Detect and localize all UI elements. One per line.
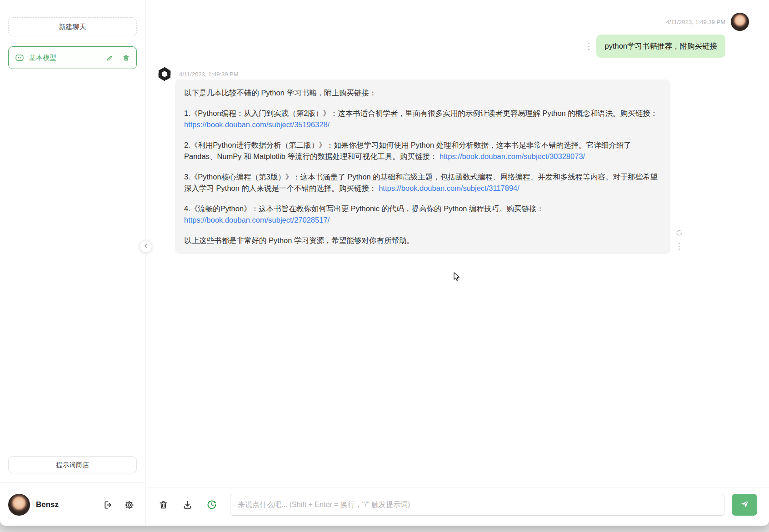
send-button[interactable] bbox=[732, 494, 757, 516]
message-paragraph: 3.《Python核心编程（第3版）》：这本书涵盖了 Python 的基础和高级… bbox=[184, 171, 661, 194]
paper-plane-icon bbox=[740, 499, 749, 510]
composer bbox=[145, 487, 769, 526]
chevron-left-icon bbox=[143, 242, 149, 250]
assistant-message-bubble[interactable]: 以下是几本比较不错的 Python 学习书籍，附上购买链接：1.《Python编… bbox=[175, 80, 670, 254]
user-row: Bensz bbox=[8, 483, 137, 516]
message-more-icon[interactable] bbox=[678, 242, 680, 252]
chat-input[interactable] bbox=[230, 494, 724, 516]
message-paragraph: 4.《流畅的Python》：这本书旨在教你如何写出更 Pythonic 的代码，… bbox=[184, 203, 661, 226]
sidebar-spacer bbox=[8, 69, 137, 456]
sidebar-collapse-button[interactable] bbox=[140, 240, 152, 253]
message-more-icon[interactable] bbox=[588, 42, 590, 51]
new-chat-label: 新建聊天 bbox=[59, 23, 86, 31]
book-link[interactable]: https://book.douban.com/subject/35196328… bbox=[184, 120, 330, 129]
chat-message-list[interactable]: 4/11/2023, 1:49:39 PM python学习书籍推荐，附购买链接 bbox=[145, 0, 769, 487]
edit-chat-icon[interactable] bbox=[106, 54, 114, 62]
book-link[interactable]: https://book.douban.com/subject/30328073… bbox=[439, 152, 585, 160]
message-paragraph: 1.《Python编程：从入门到实践（第2版）》：这本书适合初学者，里面有很多实… bbox=[184, 108, 661, 130]
prompt-store-button[interactable]: 提示词商店 bbox=[8, 456, 137, 473]
chat-bubble-icon bbox=[15, 53, 24, 62]
delete-chat-icon[interactable] bbox=[122, 54, 130, 62]
user-message-timestamp: 4/11/2023, 1:49:39 PM bbox=[666, 19, 725, 25]
message-paragraph: 以下是几本比较不错的 Python 学习书籍，附上购买链接： bbox=[184, 87, 661, 99]
new-chat-button[interactable]: 新建聊天 bbox=[8, 17, 137, 36]
book-link[interactable]: https://book.douban.com/subject/27028517… bbox=[184, 216, 330, 224]
spinner-circle-icon bbox=[676, 229, 683, 238]
settings-gear-icon[interactable] bbox=[121, 498, 137, 512]
sidebar: 新建聊天 基本模型 bbox=[0, 0, 145, 526]
app-window: 新建聊天 基本模型 bbox=[0, 0, 769, 526]
assistant-paragraphs: 以下是几本比较不错的 Python 学习书籍，附上购买链接：1.《Python编… bbox=[184, 87, 661, 246]
prompt-store-label: 提示词商店 bbox=[56, 461, 89, 469]
chat-title: 基本模型 bbox=[29, 54, 97, 62]
user-message-bubble[interactable]: python学习书籍推荐，附购买链接 bbox=[596, 35, 725, 58]
mouse-cursor bbox=[454, 272, 463, 284]
user-avatar[interactable] bbox=[8, 494, 30, 516]
clear-chat-icon[interactable] bbox=[158, 500, 169, 510]
sidebar-item-chat[interactable]: 基本模型 bbox=[8, 46, 137, 69]
user-message: 4/11/2023, 1:49:39 PM python学习书籍推荐，附购买链接 bbox=[156, 13, 749, 58]
assistant-message: 4/11/2023, 1:49:39 PM 以下是几本比较不错的 Python … bbox=[156, 66, 749, 254]
assistant-message-timestamp: 4/11/2023, 1:49:39 PM bbox=[179, 71, 239, 78]
message-paragraph: 以上这些书都是非常好的 Python 学习资源，希望能够对你有所帮助。 bbox=[184, 235, 661, 246]
message-side-actions bbox=[676, 229, 683, 252]
openai-logo-icon bbox=[156, 66, 173, 82]
history-clock-icon[interactable] bbox=[206, 499, 217, 510]
message-paragraph: 2.《利用Python进行数据分析（第二版）》：如果你想学习如何使用 Pytho… bbox=[184, 139, 661, 162]
book-link[interactable]: https://book.douban.com/subject/3117894/ bbox=[379, 184, 519, 192]
chat-main: 4/11/2023, 1:49:39 PM python学习书籍推荐，附购买链接 bbox=[145, 0, 769, 526]
logout-icon[interactable] bbox=[100, 498, 115, 512]
user-message-avatar bbox=[731, 13, 749, 31]
user-name: Bensz bbox=[36, 500, 94, 509]
export-download-icon[interactable] bbox=[182, 500, 193, 510]
